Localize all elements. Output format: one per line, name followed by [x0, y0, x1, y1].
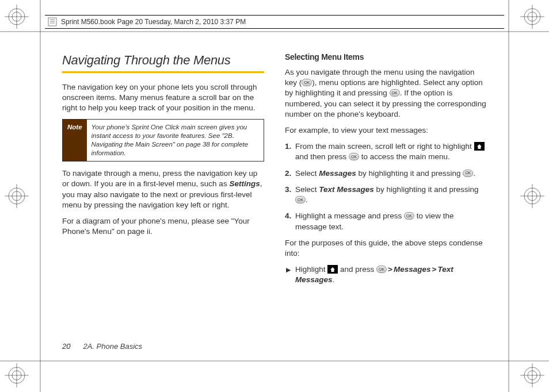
list-item: 1. From the main screen, scroll left or … [295, 141, 487, 162]
body-text: The navigation key on your phone lets yo… [62, 82, 264, 114]
registration-mark-icon [5, 184, 29, 208]
list-item: 2. Select Messages by highlighting it an… [295, 168, 487, 179]
body-text: For example, to view your text messages: [285, 125, 487, 136]
note-text: Your phone's Sprint One Click main scree… [87, 120, 264, 161]
footer-section: 2A. Phone Basics [83, 342, 142, 351]
registration-mark-icon [520, 184, 544, 208]
triangle-bullet-icon: ▶ [286, 264, 291, 285]
list-item: 4. Highlight a message and press OK to v… [295, 211, 487, 232]
menu-name: Settings [229, 179, 260, 188]
ok-key-icon: OK [349, 153, 359, 160]
condensed-step: ▶ Highlight and press OK>Messages>Text M… [285, 264, 487, 285]
note-box: Note Your phone's Sprint One Click main … [62, 119, 264, 162]
framemaker-header: Sprint M560.book Page 20 Tuesday, March … [45, 15, 504, 29]
page-footer: 20 2A. Phone Basics [62, 342, 142, 351]
right-column: Selecting Menu Items As you navigate thr… [285, 52, 487, 340]
ok-key-icon: OK [302, 79, 312, 86]
header-text: Sprint M560.book Page 20 Tuesday, March … [61, 18, 246, 26]
book-icon [47, 17, 58, 27]
page-content: Navigating Through the Menus The navigat… [62, 52, 487, 340]
body-text: To navigate through a menu, press the na… [62, 168, 264, 210]
left-column: Navigating Through the Menus The navigat… [62, 52, 264, 340]
registration-mark-icon [520, 363, 544, 387]
menu-name: Messages [319, 169, 356, 178]
list-item: 3. Select Text Messages by highlighting … [295, 185, 487, 205]
ok-key-icon: OK [295, 196, 306, 203]
body-text: For a diagram of your phone's menu, plea… [62, 216, 264, 237]
subheading: Selecting Menu Items [285, 52, 487, 63]
ok-key-icon: OK [376, 266, 387, 273]
ok-key-icon: OK [404, 212, 414, 220]
steps-list: 1. From the main screen, scroll left or … [285, 141, 487, 232]
menu-name: Text Messages [319, 185, 374, 194]
registration-mark-icon [5, 5, 29, 29]
menu-name: Messages [394, 265, 431, 274]
registration-mark-icon [520, 5, 544, 29]
home-key-icon [327, 265, 338, 274]
section-heading: Navigating Through the Menus [62, 52, 264, 73]
home-key-icon [474, 142, 485, 151]
registration-mark-icon [5, 363, 29, 387]
ok-key-icon: OK [463, 170, 473, 177]
ok-key-icon: OK [390, 89, 400, 97]
page-number: 20 [62, 342, 70, 351]
svg-rect-28 [48, 18, 56, 26]
body-text: For the purposes of this guide, the abov… [285, 238, 487, 259]
body-text: As you navigate through the menu using t… [285, 67, 487, 120]
note-label: Note [63, 120, 87, 161]
